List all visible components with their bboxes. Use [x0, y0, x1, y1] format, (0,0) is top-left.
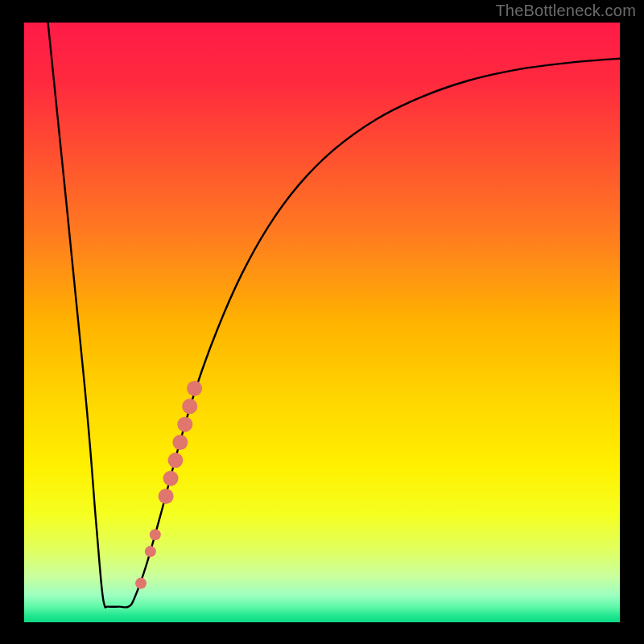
data-point	[159, 489, 174, 504]
data-point	[187, 381, 202, 396]
data-point	[167, 452, 183, 468]
data-point	[150, 529, 161, 540]
data-point	[163, 471, 179, 486]
chart-svg	[0, 0, 644, 644]
data-point	[177, 417, 192, 432]
data-point	[172, 435, 188, 450]
plot-background	[24, 23, 620, 622]
data-point	[145, 546, 156, 557]
data-point	[182, 398, 197, 414]
stage: TheBottleneck.com	[0, 0, 644, 644]
watermark: TheBottleneck.com	[495, 2, 636, 20]
data-point	[135, 578, 147, 589]
